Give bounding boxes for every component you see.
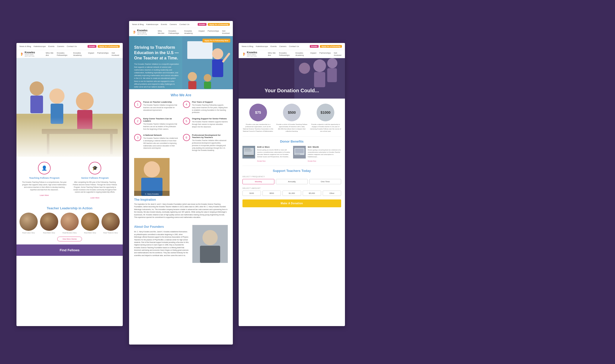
center-menu-who[interactable]: Who We Are <box>158 30 165 34</box>
left-nav-news[interactable]: News & Blog <box>19 45 31 48</box>
left-menu-impact[interactable]: Impact <box>88 52 94 56</box>
center-top-nav-links: News & Blog Kaleidoscope Events Careers … <box>132 23 198 26</box>
fellow-2-label[interactable]: Read Matt's Story <box>39 232 59 234</box>
svg-rect-47 <box>244 150 252 150</box>
feature-5: 5 Ongoing Support for Senior Fellows The… <box>183 118 228 130</box>
center-menu-academy[interactable]: Knowles Academy <box>184 30 195 34</box>
center-menu-involved[interactable]: Get Involved <box>222 30 230 34</box>
inspiration-photo-svg: C. Harry Knowles <box>134 158 170 196</box>
center-menu-fellowships[interactable]: Knowles Fellowships <box>169 30 181 34</box>
benefit-10-img <box>293 146 306 158</box>
inspiration-photo: C. Harry Knowles <box>134 158 170 196</box>
left-menu-involved[interactable]: Get Involved <box>112 52 120 56</box>
freq-monthly-btn[interactable]: Monthly <box>242 179 274 184</box>
center-menu-partners[interactable]: Partnerships <box>208 30 219 34</box>
fellow-3-label[interactable]: Read Beverly's Story <box>60 232 79 234</box>
right-menu-involved[interactable]: Get Involved <box>334 52 342 56</box>
left-nav-donate-btn[interactable]: Donate <box>88 45 97 48</box>
left-nav-events[interactable]: Events <box>48 45 54 48</box>
left-menu-partners[interactable]: Partnerships <box>97 52 109 56</box>
svg-rect-51 <box>295 149 304 153</box>
left-nav-careers[interactable]: Careers <box>57 45 64 48</box>
feature-4: 4 Five Years of Support The Knowles Teac… <box>183 101 228 114</box>
amount-buttons: $100 $500 $1,000 $5,000 Other <box>242 191 341 196</box>
left-hero <box>16 58 123 157</box>
senior-fellows-link[interactable]: Learn More <box>90 197 99 199</box>
feature-1-title: Focus on Teacher Leadership <box>143 101 179 103</box>
amount-500-circle: $500 <box>283 104 301 121</box>
center-logo: Knowles TEACHER INITIATIVE <box>132 29 153 35</box>
right-menu-partners[interactable]: Partnerships <box>319 52 331 56</box>
benefit-100-link[interactable]: Donate Now <box>257 160 265 162</box>
feature-2-num: 2 <box>134 118 141 125</box>
center-nav-news[interactable]: News & Blog <box>132 23 144 26</box>
right-nav-events[interactable]: Events <box>271 45 277 48</box>
center-apply-btn[interactable]: Apply For A Fellowship Now <box>202 39 230 42</box>
donor-benefits-section: Donor Benefits $10 <box>239 136 345 166</box>
feature-5-desc: The Knowles Teacher Initiative supports … <box>192 121 228 128</box>
svg-point-39 <box>327 58 337 68</box>
right-nav-apply-btn[interactable]: Apply for a Fellowship <box>320 45 342 48</box>
benefit-row: $100 or More Donors giving at a level of… <box>242 146 341 163</box>
left-menu-fellowships[interactable]: Knowles Fellowships <box>57 52 70 56</box>
right-menu-academy[interactable]: Knowles Academy <box>295 52 307 56</box>
amt-1000-btn[interactable]: $1,000 <box>282 191 301 196</box>
amt-other-btn[interactable]: Other <box>323 191 341 196</box>
right-nav-contact[interactable]: Contact Us <box>289 45 299 48</box>
benefit-10-link[interactable]: Donate Now <box>308 160 316 162</box>
teaching-fellows-link[interactable]: Learn More <box>40 194 49 196</box>
left-menu-academy[interactable]: Knowles Academy <box>73 52 85 56</box>
donation-75-desc: Provide a one-year membership to a profe… <box>242 123 274 132</box>
amt-100-btn[interactable]: $100 <box>242 191 261 196</box>
left-teaching-fellows: 👤 Teaching Fellows Program The Knowles T… <box>22 162 67 199</box>
center-nav-apply-btn[interactable]: Apply for a Fellowship <box>208 23 230 26</box>
right-logo-icon <box>242 52 246 57</box>
center-nav-donate-btn[interactable]: Donate <box>198 23 207 26</box>
left-senior-fellows: 🎓 Senior Fellows Program After completin… <box>72 162 118 199</box>
svg-rect-14 <box>16 58 123 157</box>
right-nav-kal[interactable]: Kaleidoscope <box>256 45 268 48</box>
amt-5000-btn[interactable]: $5,000 <box>303 191 321 196</box>
left-nav-kal[interactable]: Kaleidoscope <box>34 45 46 48</box>
center-top-nav: News & Blog Kaleidoscope Events Careers … <box>129 21 233 28</box>
senior-fellows-icon: 🎓 <box>89 162 101 174</box>
center-nav-kal[interactable]: Kaleidoscope <box>146 23 158 26</box>
fellow-1-label[interactable]: Read Carly's Story <box>19 232 38 234</box>
feature-6: 6 Professional Development for Teachers … <box>183 134 228 152</box>
left-nav-contact[interactable]: Contact Us <box>67 45 77 48</box>
right-nav-news[interactable]: News & Blog <box>242 45 253 48</box>
right-menu-fellowships[interactable]: Knowles Fellowships <box>279 52 292 56</box>
center-menu-impact[interactable]: Impact <box>199 30 205 34</box>
teaching-fellows-title: Teaching Fellows Program <box>22 176 67 179</box>
make-donation-btn[interactable]: Make A Donation <box>242 199 341 207</box>
left-nav-apply-btn[interactable]: Apply for a Fellowship <box>98 45 120 48</box>
cp-features-grid: 1 Focus on Teacher Leadership The Knowle… <box>134 101 228 152</box>
fellow-4-label[interactable]: Read Matt's Story <box>80 232 100 234</box>
right-nav-donate-btn[interactable]: Donate <box>310 45 319 48</box>
fellow-5-label[interactable]: Read Thelene's Story <box>101 232 120 234</box>
fellow-4-img <box>81 213 99 231</box>
svg-rect-20 <box>212 59 223 77</box>
freq-one-time-btn[interactable]: One-Time <box>309 179 341 184</box>
center-hero-image <box>182 36 233 89</box>
svg-point-41 <box>299 63 310 74</box>
feature-4-desc: The Knowles Teaching Fellowship supports… <box>192 104 228 114</box>
right-nav-careers[interactable]: Careers <box>279 45 286 48</box>
donation-card-75: $75 Provide a one-year membership to a p… <box>242 104 274 132</box>
svg-point-22 <box>188 72 197 81</box>
center-logo-text: Knowles TEACHER INITIATIVE <box>137 29 153 35</box>
freq-annually-btn[interactable]: Annually <box>276 179 308 184</box>
center-nav-contact[interactable]: Contact Us <box>179 23 190 26</box>
center-nav-events[interactable]: Events <box>161 23 167 26</box>
right-menu-who[interactable]: Who We Are <box>268 52 276 56</box>
donation-card-1000: $1000 Provide a stipend or add the oppor… <box>310 104 341 132</box>
feature-6-title: Professional Development for Teachers by… <box>192 134 228 139</box>
svg-rect-46 <box>244 149 251 149</box>
view-more-btn[interactable]: View More Stories <box>57 237 82 241</box>
freq-label: SELECT FREQUENCY <box>242 176 341 177</box>
right-menu-impact[interactable]: Impact <box>310 52 316 56</box>
center-nav-careers[interactable]: Careers <box>170 23 177 26</box>
donation-cards: $75 Provide a one-year membership to a p… <box>239 99 345 136</box>
amt-500-btn[interactable]: $500 <box>262 191 281 196</box>
left-menu-who[interactable]: Who We Are <box>46 52 54 56</box>
